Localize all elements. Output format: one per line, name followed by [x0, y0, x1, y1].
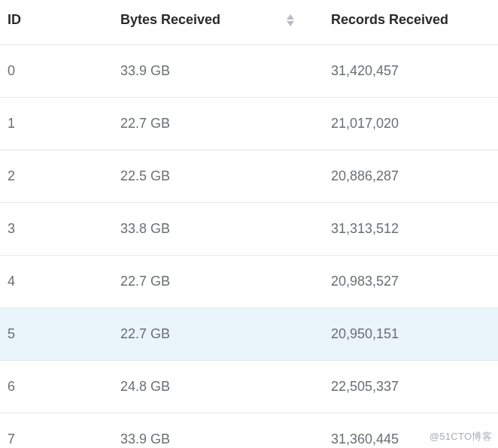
cell-id: 3: [0, 203, 120, 256]
cell-id: 0: [0, 45, 120, 98]
column-header-records-received[interactable]: Records Received: [331, 0, 498, 45]
cell-id: 7: [0, 413, 120, 449]
cell-records: 20,886,287: [331, 150, 498, 203]
cell-bytes: 33.9 GB: [120, 413, 331, 449]
table-row[interactable]: 522.7 GB20,950,151: [0, 308, 498, 361]
table-header-row: ID Bytes Received Records Received: [0, 0, 498, 45]
cell-records: 20,950,151: [331, 308, 498, 361]
table-row[interactable]: 624.8 GB22,505,337: [0, 361, 498, 413]
column-header-id[interactable]: ID: [0, 0, 120, 45]
cell-bytes: 22.7 GB: [120, 98, 331, 150]
cell-bytes: 33.8 GB: [120, 203, 331, 256]
table-row[interactable]: 122.7 GB21,017,020: [0, 98, 498, 150]
cell-records: 22,505,337: [331, 361, 498, 413]
cell-records: 21,017,020: [331, 98, 498, 150]
cell-bytes: 22.7 GB: [120, 256, 331, 308]
column-header-bytes-received[interactable]: Bytes Received: [120, 0, 331, 45]
cell-records: 31,313,512: [331, 203, 498, 256]
table-row[interactable]: 033.9 GB31,420,457: [0, 45, 498, 98]
cell-records: 31,420,457: [331, 45, 498, 98]
table-row[interactable]: 422.7 GB20,983,527: [0, 256, 498, 308]
data-table: ID Bytes Received Records Received 033.9…: [0, 0, 498, 448]
sort-icon[interactable]: [287, 14, 294, 26]
column-header-bytes-received-label: Bytes Received: [120, 12, 220, 28]
cell-records: 20,983,527: [331, 256, 498, 308]
table-body: 033.9 GB31,420,457122.7 GB21,017,020222.…: [0, 45, 498, 449]
cell-bytes: 24.8 GB: [120, 361, 331, 413]
cell-id: 6: [0, 361, 120, 413]
table-row[interactable]: 733.9 GB31,360,445: [0, 413, 498, 449]
cell-id: 1: [0, 98, 120, 150]
table-row[interactable]: 333.8 GB31,313,512: [0, 203, 498, 256]
cell-id: 2: [0, 150, 120, 203]
table-row[interactable]: 222.5 GB20,886,287: [0, 150, 498, 203]
cell-bytes: 22.5 GB: [120, 150, 331, 203]
cell-id: 4: [0, 256, 120, 308]
cell-id: 5: [0, 308, 120, 361]
cell-records: 31,360,445: [331, 413, 498, 449]
cell-bytes: 22.7 GB: [120, 308, 331, 361]
cell-bytes: 33.9 GB: [120, 45, 331, 98]
